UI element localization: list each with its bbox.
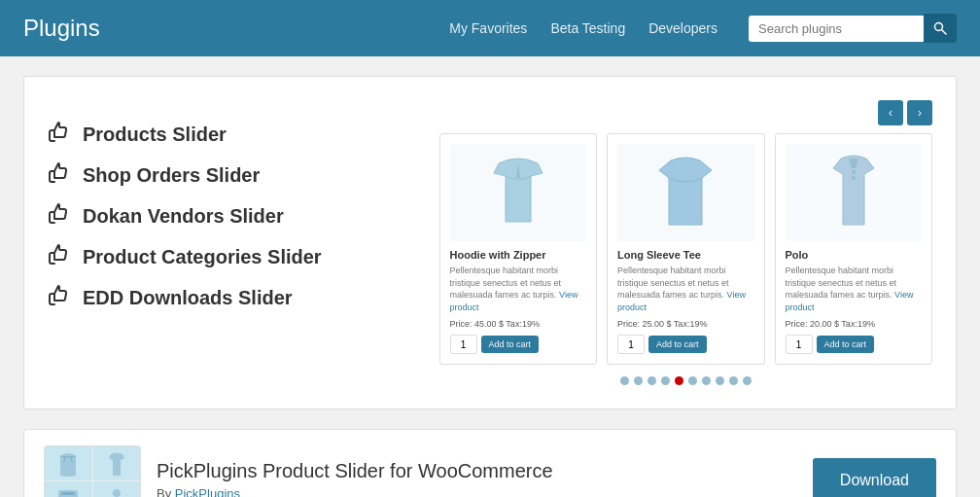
nav-beta-testing[interactable]: Beta Testing	[550, 20, 625, 36]
features-list: Products Slider Shop Orders Slider Dokan…	[48, 100, 401, 385]
carousel-next-button[interactable]: ›	[907, 100, 932, 125]
carousel-dot[interactable]	[675, 376, 683, 385]
search-icon	[933, 21, 947, 35]
thumb-cell-2	[93, 446, 141, 480]
view-product-link[interactable]: View product	[617, 290, 746, 312]
carousel-dot[interactable]	[702, 376, 711, 385]
search-button[interactable]	[924, 14, 957, 43]
main-content: Products Slider Shop Orders Slider Dokan…	[0, 56, 980, 497]
carousel-dot[interactable]	[716, 376, 724, 385]
carousel-dot[interactable]	[729, 376, 738, 385]
search-form	[749, 14, 957, 43]
feature-item: Products Slider	[48, 120, 401, 149]
carousel-dot[interactable]	[620, 376, 629, 385]
feature-text: Dokan Vendors Slider	[83, 205, 284, 228]
plugin-footer-row: PickPlugins Product Slider for WooCommer…	[23, 429, 957, 497]
plugin-by: By PickPlugins	[157, 486, 797, 497]
product-image	[450, 144, 587, 241]
view-product-link[interactable]: View product	[450, 290, 578, 312]
product-desc: Pellentesque habitant morbi tristique se…	[617, 265, 754, 313]
add-to-cart-row: Add to cart	[450, 335, 587, 354]
download-button[interactable]: Download	[813, 458, 936, 497]
feature-text: Products Slider	[83, 124, 227, 146]
add-to-cart-button[interactable]: Add to cart	[481, 336, 540, 353]
product-price: Price: 25.00 $ Tax:19%	[617, 319, 754, 329]
feature-item: Shop Orders Slider	[48, 160, 401, 190]
header: Plugins My Favorites Beta Testing Develo…	[0, 0, 980, 56]
product-name: Hoodie with Zipper	[450, 249, 587, 261]
product-price: Price: 45.00 $ Tax:19%	[450, 319, 587, 329]
product-desc: Pellentesque habitant morbi tristique se…	[450, 265, 587, 313]
nav-developers[interactable]: Developers	[648, 20, 718, 36]
plugin-thumbnail	[44, 445, 141, 497]
search-input[interactable]	[749, 16, 924, 42]
feature-text: Product Categories Slider	[83, 246, 322, 268]
svg-rect-5	[61, 492, 75, 495]
thumb-cell-1	[45, 446, 92, 480]
thumbs-up-icon	[48, 120, 71, 149]
svg-line-1	[942, 30, 947, 35]
add-to-cart-button[interactable]: Add to cart	[817, 336, 875, 353]
plugin-title: PickPlugins Product Slider for WooCommer…	[157, 460, 797, 482]
product-card: Hoodie with Zipper Pellentesque habitant…	[439, 133, 598, 365]
carousel-dot[interactable]	[634, 376, 643, 385]
product-name: Long Sleeve Tee	[617, 249, 754, 261]
main-nav: My Favorites Beta Testing Developers	[449, 20, 718, 36]
svg-point-2	[852, 170, 856, 174]
plugin-preview: ‹ › Hoodie with Zipper Pellentesque habi…	[439, 100, 933, 385]
product-name: Polo	[786, 249, 923, 261]
thumbs-up-icon	[48, 160, 71, 190]
by-label: By	[157, 486, 171, 497]
carousel-dot[interactable]	[648, 376, 656, 385]
page-title: Plugins	[23, 15, 100, 42]
thumbs-up-icon	[48, 283, 71, 312]
thumbs-up-icon	[48, 242, 71, 271]
plugin-hero: Products Slider Shop Orders Slider Dokan…	[23, 76, 957, 409]
product-card: Polo Pellentesque habitant morbi tristiq…	[775, 133, 933, 365]
plugin-author-link[interactable]: PickPlugins	[175, 486, 240, 497]
feature-item: Product Categories Slider	[48, 242, 401, 271]
svg-point-3	[852, 176, 856, 180]
carousel-dot[interactable]	[743, 376, 752, 385]
add-to-cart-row: Add to cart	[617, 335, 754, 354]
carousel-prev-button[interactable]: ‹	[878, 100, 903, 125]
view-product-link[interactable]: View product	[786, 290, 914, 312]
product-desc: Pellentesque habitant morbi tristique se…	[786, 265, 923, 313]
quantity-input[interactable]	[786, 335, 813, 354]
feature-text: EDD Downloads Slider	[83, 287, 293, 309]
product-card: Long Sleeve Tee Pellentesque habitant mo…	[607, 133, 765, 365]
product-image	[786, 144, 923, 241]
thumb-cell-3	[45, 481, 92, 497]
quantity-input[interactable]	[450, 335, 477, 354]
product-image	[617, 144, 754, 241]
svg-point-6	[113, 489, 121, 497]
carousel-dots	[439, 376, 933, 385]
carousel-dot[interactable]	[688, 376, 697, 385]
thumb-cell-4	[93, 481, 141, 497]
thumbs-up-icon	[48, 201, 71, 231]
feature-item: EDD Downloads Slider	[48, 283, 401, 312]
product-price: Price: 20.00 $ Tax:19%	[786, 319, 923, 329]
plugin-info: PickPlugins Product Slider for WooCommer…	[157, 460, 797, 497]
carousel-nav: ‹ ›	[439, 100, 933, 125]
add-to-cart-row: Add to cart	[786, 335, 923, 354]
feature-text: Shop Orders Slider	[83, 164, 260, 187]
carousel-dot[interactable]	[661, 376, 670, 385]
nav-my-favorites[interactable]: My Favorites	[449, 20, 527, 36]
add-to-cart-button[interactable]: Add to cart	[648, 336, 707, 353]
quantity-input[interactable]	[617, 335, 645, 354]
product-cards: Hoodie with Zipper Pellentesque habitant…	[439, 133, 933, 365]
feature-item: Dokan Vendors Slider	[48, 201, 401, 231]
